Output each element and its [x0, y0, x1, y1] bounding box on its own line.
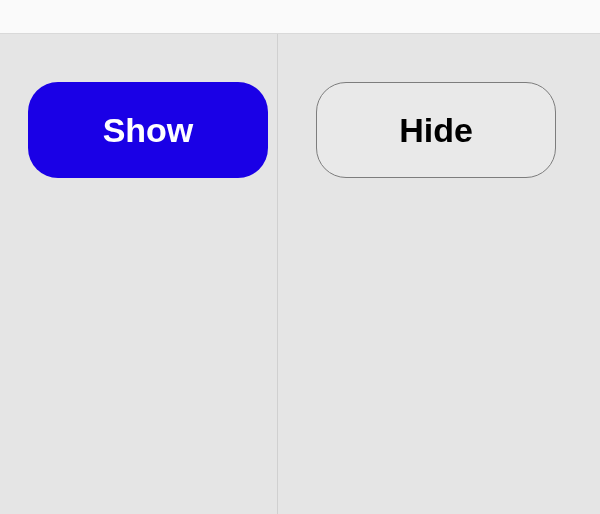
top-bar: [0, 0, 600, 34]
vertical-divider: [277, 34, 278, 514]
show-button[interactable]: Show: [28, 82, 268, 178]
hide-button[interactable]: Hide: [316, 82, 556, 178]
button-row: Show Hide: [0, 34, 600, 226]
